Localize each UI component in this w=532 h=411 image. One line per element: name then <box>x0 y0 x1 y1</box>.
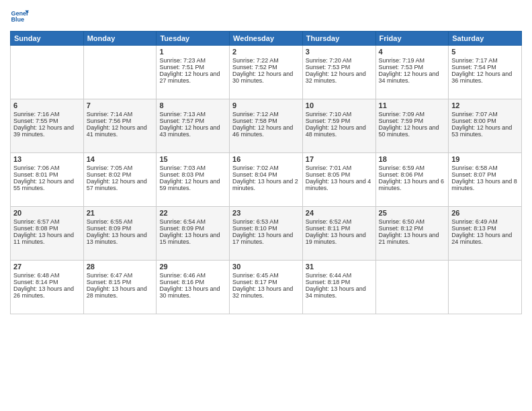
day-number: 22 <box>159 209 226 217</box>
day-cell: 12Sunrise: 7:07 AMSunset: 8:00 PMDayligh… <box>449 99 522 153</box>
svg-text:Blue: Blue <box>11 16 24 23</box>
week-row-1: 6Sunrise: 7:16 AMSunset: 7:55 PMDaylight… <box>11 99 522 153</box>
day-number: 4 <box>379 48 446 56</box>
daylight-text: Daylight: 12 hours and 41 minutes. <box>87 124 154 138</box>
daylight-text: Daylight: 13 hours and 8 minutes. <box>451 178 519 191</box>
day-number: 6 <box>13 101 81 109</box>
sunset-text: Sunset: 8:08 PM <box>13 225 81 232</box>
day-cell: 8Sunrise: 7:13 AMSunset: 7:57 PMDaylight… <box>157 99 230 153</box>
day-cell: 26Sunrise: 6:49 AMSunset: 8:13 PMDayligh… <box>449 207 522 261</box>
daylight-text: Daylight: 12 hours and 43 minutes. <box>159 124 226 138</box>
day-number: 15 <box>159 155 226 163</box>
day-number: 1 <box>159 48 226 56</box>
daylight-text: Daylight: 12 hours and 59 minutes. <box>159 178 226 191</box>
daylight-text: Daylight: 13 hours and 13 minutes. <box>87 232 154 245</box>
daylight-text: Daylight: 12 hours and 32 minutes. <box>306 71 373 84</box>
sunrise-text: Sunrise: 7:12 AM <box>232 111 300 118</box>
day-cell: 16Sunrise: 7:02 AMSunset: 8:04 PMDayligh… <box>230 153 303 207</box>
day-cell: 25Sunrise: 6:50 AMSunset: 8:12 PMDayligh… <box>375 207 449 261</box>
sunrise-text: Sunrise: 7:02 AM <box>232 165 300 171</box>
day-number: 19 <box>451 155 519 163</box>
daylight-text: Daylight: 12 hours and 27 minutes. <box>159 71 226 84</box>
sunrise-text: Sunrise: 6:49 AM <box>451 218 519 225</box>
col-header-monday: Monday <box>83 32 157 46</box>
day-number: 17 <box>306 155 373 163</box>
day-cell: 29Sunrise: 6:46 AMSunset: 8:16 PMDayligh… <box>157 261 230 314</box>
day-number: 3 <box>306 48 373 56</box>
sunrise-text: Sunrise: 7:14 AM <box>87 111 154 118</box>
day-number: 13 <box>13 155 81 163</box>
day-cell: 17Sunrise: 7:01 AMSunset: 8:05 PMDayligh… <box>302 153 375 207</box>
day-number: 12 <box>451 101 519 109</box>
day-number: 2 <box>232 48 300 56</box>
day-cell: 15Sunrise: 7:03 AMSunset: 8:03 PMDayligh… <box>157 153 230 207</box>
sunrise-text: Sunrise: 6:48 AM <box>13 272 81 279</box>
day-number: 25 <box>379 209 446 217</box>
day-number: 28 <box>87 263 154 271</box>
daylight-text: Daylight: 12 hours and 30 minutes. <box>232 71 300 84</box>
sunset-text: Sunset: 8:11 PM <box>306 225 373 232</box>
day-cell <box>375 261 449 314</box>
sunrise-text: Sunrise: 7:16 AM <box>13 111 81 118</box>
day-cell <box>83 46 157 99</box>
sunset-text: Sunset: 8:04 PM <box>232 171 300 178</box>
daylight-text: Daylight: 13 hours and 2 minutes. <box>232 178 300 191</box>
day-number: 18 <box>379 155 446 163</box>
daylight-text: Daylight: 13 hours and 34 minutes. <box>306 285 373 299</box>
sunset-text: Sunset: 7:58 PM <box>232 118 300 124</box>
col-header-thursday: Thursday <box>302 32 375 46</box>
sunset-text: Sunset: 7:53 PM <box>379 64 446 71</box>
day-number: 24 <box>306 209 373 217</box>
sunset-text: Sunset: 8:15 PM <box>87 279 154 285</box>
header-row: SundayMondayTuesdayWednesdayThursdayFrid… <box>11 32 522 46</box>
daylight-text: Daylight: 13 hours and 19 minutes. <box>306 232 373 245</box>
day-cell: 28Sunrise: 6:47 AMSunset: 8:15 PMDayligh… <box>83 261 157 314</box>
sunset-text: Sunset: 8:09 PM <box>159 225 226 232</box>
day-cell: 31Sunrise: 6:44 AMSunset: 8:18 PMDayligh… <box>302 261 375 314</box>
sunrise-text: Sunrise: 7:01 AM <box>306 165 373 171</box>
day-number: 30 <box>232 263 300 271</box>
day-number: 31 <box>306 263 373 271</box>
day-number: 5 <box>451 48 519 56</box>
sunrise-text: Sunrise: 7:06 AM <box>13 165 81 171</box>
day-number: 23 <box>232 209 300 217</box>
calendar: SundayMondayTuesdayWednesdayThursdayFrid… <box>10 31 522 314</box>
sunset-text: Sunset: 8:12 PM <box>379 225 446 232</box>
sunrise-text: Sunrise: 7:09 AM <box>379 111 446 118</box>
col-header-tuesday: Tuesday <box>157 32 230 46</box>
day-cell: 7Sunrise: 7:14 AMSunset: 7:56 PMDaylight… <box>83 99 157 153</box>
day-cell: 6Sunrise: 7:16 AMSunset: 7:55 PMDaylight… <box>11 99 84 153</box>
sunset-text: Sunset: 8:00 PM <box>451 118 519 124</box>
day-number: 8 <box>159 101 226 109</box>
week-row-4: 27Sunrise: 6:48 AMSunset: 8:14 PMDayligh… <box>11 261 522 314</box>
sunrise-text: Sunrise: 6:45 AM <box>232 272 300 279</box>
week-row-0: 1Sunrise: 7:23 AMSunset: 7:51 PMDaylight… <box>11 46 522 99</box>
day-cell: 22Sunrise: 6:54 AMSunset: 8:09 PMDayligh… <box>157 207 230 261</box>
header: General Blue <box>10 7 522 26</box>
day-cell: 13Sunrise: 7:06 AMSunset: 8:01 PMDayligh… <box>11 153 84 207</box>
daylight-text: Daylight: 12 hours and 55 minutes. <box>13 178 81 191</box>
day-number: 16 <box>232 155 300 163</box>
day-cell: 20Sunrise: 6:57 AMSunset: 8:08 PMDayligh… <box>11 207 84 261</box>
daylight-text: Daylight: 12 hours and 34 minutes. <box>379 71 446 84</box>
week-row-2: 13Sunrise: 7:06 AMSunset: 8:01 PMDayligh… <box>11 153 522 207</box>
day-cell: 19Sunrise: 6:58 AMSunset: 8:07 PMDayligh… <box>449 153 522 207</box>
sunset-text: Sunset: 8:10 PM <box>232 225 300 232</box>
day-number: 9 <box>232 101 300 109</box>
day-cell: 10Sunrise: 7:10 AMSunset: 7:59 PMDayligh… <box>302 99 375 153</box>
day-number: 29 <box>159 263 226 271</box>
day-number: 7 <box>87 101 154 109</box>
sunset-text: Sunset: 8:06 PM <box>379 171 446 178</box>
day-number: 20 <box>13 209 81 217</box>
sunset-text: Sunset: 7:57 PM <box>159 118 226 124</box>
daylight-text: Daylight: 13 hours and 4 minutes. <box>306 178 373 191</box>
sunset-text: Sunset: 7:59 PM <box>306 118 373 124</box>
daylight-text: Daylight: 12 hours and 57 minutes. <box>87 178 154 191</box>
day-cell <box>449 261 522 314</box>
daylight-text: Daylight: 13 hours and 24 minutes. <box>451 232 519 245</box>
day-number: 21 <box>87 209 154 217</box>
sunset-text: Sunset: 7:55 PM <box>13 118 81 124</box>
daylight-text: Daylight: 12 hours and 53 minutes. <box>451 124 519 138</box>
day-cell: 14Sunrise: 7:05 AMSunset: 8:02 PMDayligh… <box>83 153 157 207</box>
day-number: 27 <box>13 263 81 271</box>
